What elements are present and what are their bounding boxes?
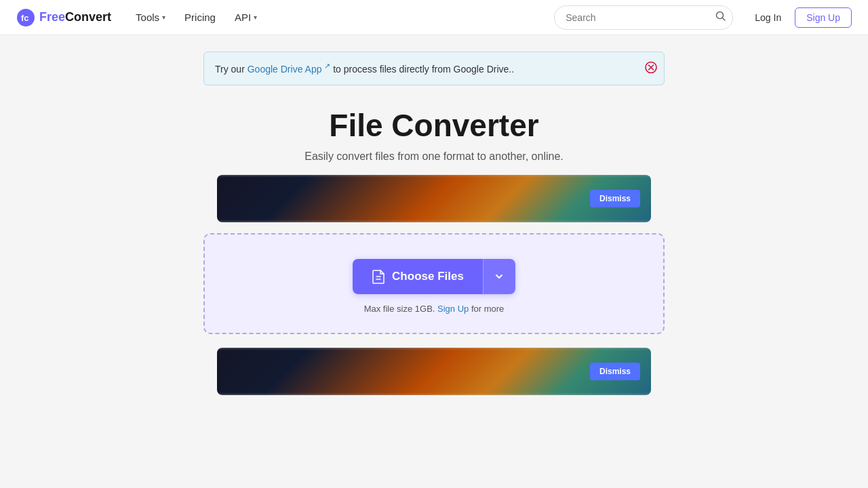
search-button[interactable]: [715, 11, 726, 24]
banner-link-text: Google Drive App: [248, 64, 322, 75]
choose-files-container: Choose Files: [353, 259, 515, 294]
notification-banner: Try our Google Drive App ↗ to process fi…: [203, 52, 665, 85]
nav-item-api[interactable]: API ▾: [226, 7, 265, 27]
nav-api-label: API: [235, 12, 251, 23]
file-size-suffix: for more: [469, 304, 504, 314]
nav-pricing-label: Pricing: [184, 12, 216, 23]
choose-files-label: Choose Files: [392, 270, 464, 283]
chevron-down-icon: [494, 272, 504, 281]
page-subtitle: Easily convert files from one format to …: [304, 150, 564, 163]
auth-buttons: Log In Sign Up: [749, 7, 852, 28]
logo-text: FreeConvert: [39, 10, 111, 24]
center-panel: Try our Google Drive App ↗ to process fi…: [203, 35, 665, 488]
ad-cta-button[interactable]: Dismiss: [590, 190, 640, 207]
external-link-icon: ↗: [324, 62, 330, 70]
nav-links: Tools ▾ Pricing API ▾: [127, 7, 265, 27]
svg-text:fc: fc: [21, 13, 29, 23]
nav-item-tools[interactable]: Tools ▾: [127, 7, 174, 27]
bottom-ad-cta-button[interactable]: Dismiss: [590, 363, 640, 380]
signup-button[interactable]: Sign Up: [795, 7, 852, 28]
main-content: Try our Google Drive App ↗ to process fi…: [0, 35, 868, 488]
left-panel: [0, 35, 203, 488]
search-input[interactable]: [554, 5, 733, 30]
svg-line-3: [723, 18, 726, 20]
nav-item-pricing[interactable]: Pricing: [176, 7, 224, 27]
google-drive-app-link[interactable]: Google Drive App ↗: [248, 64, 331, 75]
search-area: [554, 5, 733, 30]
file-size-signup-link[interactable]: Sign Up: [437, 304, 469, 314]
api-chevron-icon: ▾: [254, 14, 257, 21]
nav-tools-label: Tools: [136, 12, 159, 23]
page-title: File Converter: [329, 107, 538, 144]
freeconvert-logo-icon: fc: [16, 8, 35, 27]
file-size-prefix: Max file size 1GB.: [364, 304, 437, 314]
file-drop-zone[interactable]: Choose Files Max file size 1GB. Sign Up …: [203, 233, 665, 334]
file-size-note: Max file size 1GB. Sign Up for more: [364, 304, 505, 314]
right-panel: [665, 35, 868, 488]
choose-files-button[interactable]: Choose Files: [353, 259, 483, 294]
banner-close-button[interactable]: [645, 61, 657, 75]
ad-banner-overlay: Dismiss: [217, 175, 651, 222]
top-ad-banner: Dismiss: [217, 175, 651, 222]
banner-prefix: Try our: [215, 64, 248, 75]
login-button[interactable]: Log In: [749, 8, 787, 27]
logo-link[interactable]: fc FreeConvert: [16, 8, 111, 27]
banner-suffix: to process files directly from Google Dr…: [330, 64, 514, 75]
tools-chevron-icon: ▾: [162, 14, 165, 21]
file-icon: [372, 269, 385, 284]
close-icon: [645, 61, 657, 73]
bottom-ad-banner: Dismiss: [217, 348, 651, 395]
navbar: fc FreeConvert Tools ▾ Pricing API ▾ Log…: [0, 0, 868, 35]
search-icon: [715, 11, 726, 22]
choose-files-dropdown-button[interactable]: [483, 259, 515, 294]
bottom-ad-banner-overlay: Dismiss: [217, 348, 651, 395]
